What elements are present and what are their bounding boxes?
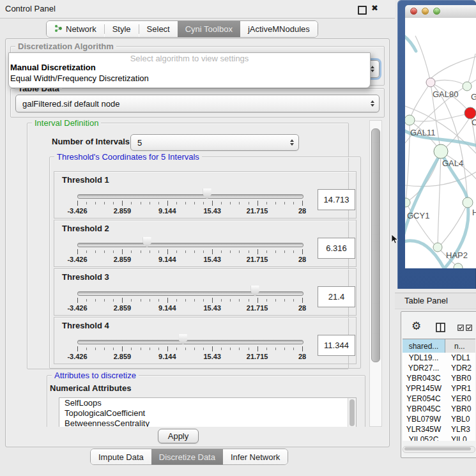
network-node[interactable] <box>463 197 473 208</box>
table-row[interactable]: YPR145WYPR1 <box>403 383 475 394</box>
tick-mark <box>185 348 186 350</box>
table-data-combobox[interactable]: galFiltered.sif default node <box>15 95 380 112</box>
tick-mark <box>284 202 285 204</box>
network-node[interactable] <box>426 78 435 87</box>
tick-mark <box>95 299 96 302</box>
tick-mark <box>257 201 258 206</box>
tick-mark <box>113 250 114 253</box>
tab-infer-network[interactable]: Infer Network <box>223 449 288 464</box>
tab-style[interactable]: Style <box>105 21 139 37</box>
network-node[interactable] <box>454 263 463 268</box>
tab-jactivemnodules[interactable]: jActiveMNodules <box>240 21 318 37</box>
tick-mark <box>239 299 240 302</box>
tick-mark <box>257 346 258 351</box>
slider-track[interactable] <box>77 340 303 344</box>
threshold-value-field[interactable]: 11.344 <box>318 335 355 356</box>
table-row[interactable]: YLR345WYLR3 <box>403 424 475 434</box>
checkbox-icon[interactable] <box>466 325 472 331</box>
scrollbar-thumb[interactable] <box>349 399 355 426</box>
tick-mark <box>86 202 87 204</box>
number-of-intervals-combobox[interactable]: 5 <box>130 134 299 151</box>
tick-mark <box>122 249 123 254</box>
tick-mark <box>77 249 78 254</box>
zoom-traffic-light-icon[interactable] <box>433 8 440 15</box>
list-item-betweennesscentrality[interactable]: BetweennessCentrality <box>59 418 356 427</box>
slider-ticks <box>77 298 302 303</box>
column-layout-icon[interactable] <box>436 323 445 332</box>
dropdown-item-manual-discretization[interactable]: Manual Discretization <box>10 63 96 72</box>
list-item-topologicalcoefficient[interactable]: TopologicalCoefficient <box>59 408 356 418</box>
network-node[interactable] <box>434 144 448 158</box>
slider-track[interactable] <box>77 194 303 199</box>
horizontal-scrollbar[interactable] <box>403 446 475 453</box>
tab-select[interactable]: Select <box>139 21 178 37</box>
tick-mark <box>239 250 240 253</box>
tick-mark <box>95 202 96 204</box>
scrollbar-thumb[interactable] <box>371 128 380 362</box>
slider-track[interactable] <box>77 243 303 247</box>
table-row[interactable]: YER054CYER0 <box>403 394 475 404</box>
slider-track[interactable] <box>77 291 303 296</box>
close-traffic-light-icon[interactable] <box>410 8 417 15</box>
table-row[interactable]: YBR045CYBR0 <box>403 404 475 414</box>
network-node[interactable] <box>405 115 415 125</box>
network-node[interactable] <box>405 198 410 207</box>
network-canvas[interactable]: GAL80GACGAL11GAL4GCY1HHAP2 <box>405 18 476 268</box>
cell-shared-name: YBL079W <box>403 414 445 424</box>
tab-label: Cyni Toolbox <box>185 24 233 34</box>
tick-mark <box>284 250 285 253</box>
tick-label: 21.715 <box>247 353 268 360</box>
tab-label: Impute Data <box>98 452 144 462</box>
apply-button[interactable]: Apply <box>158 429 199 443</box>
list-item-selfloops[interactable]: SelfLoops <box>59 398 356 408</box>
group-title: Interval Definition <box>32 119 101 128</box>
threshold-value-field[interactable]: 21.4 <box>318 286 355 307</box>
tab-network[interactable]: Network <box>47 21 104 37</box>
tick-mark <box>266 299 267 302</box>
tick-mark <box>176 250 177 253</box>
column-header-name[interactable]: n... <box>445 339 475 353</box>
tick-label: 15.43 <box>203 207 221 215</box>
threshold-label: Threshold 3 <box>62 272 109 282</box>
dropdown-item-equal-width-frequency-discretization[interactable]: Equal Width/Frequency Discretization <box>10 73 149 83</box>
tick-mark <box>293 348 294 350</box>
scrollbar-thumb[interactable] <box>404 447 471 450</box>
network-node[interactable] <box>433 243 442 252</box>
table-body[interactable]: YDL19...YDL1YDR27...YDR2YBR043CYBR0YPR14… <box>403 353 475 441</box>
table-row[interactable]: YBR043CYBR0 <box>403 373 475 383</box>
gear-icon[interactable]: ⚙ <box>411 321 421 332</box>
table-row[interactable]: YIL052CYIL0 <box>403 434 475 441</box>
float-window-icon[interactable] <box>358 6 367 15</box>
threshold-value-field[interactable]: 14.713 <box>318 189 355 210</box>
tick-mark <box>230 299 231 302</box>
tick-mark <box>221 299 222 302</box>
tick-mark <box>86 299 87 302</box>
network-node[interactable] <box>463 82 472 91</box>
slider-ticks <box>77 249 302 255</box>
table-row[interactable]: YBL079WYBL0 <box>403 414 475 424</box>
minimize-traffic-light-icon[interactable] <box>422 8 429 15</box>
tab-discretize-data[interactable]: Discretize Data <box>151 449 223 464</box>
numerical-attributes-label: Numerical Attributes <box>50 383 131 393</box>
table-panel-title: Table Panel <box>404 296 448 305</box>
tab-impute-data[interactable]: Impute Data <box>91 449 151 464</box>
column-header-shared-name[interactable]: shared... <box>403 339 445 353</box>
tick-mark <box>212 201 213 206</box>
tick-mark <box>86 250 87 253</box>
tick-mark <box>104 202 105 204</box>
vertical-scrollbar[interactable] <box>369 120 382 427</box>
tick-mark <box>158 202 159 204</box>
network-graph[interactable]: GAL80GACGAL11GAL4GCY1HHAP2 <box>405 18 476 268</box>
tick-mark <box>194 250 195 253</box>
tick-label: 9.144 <box>158 256 176 263</box>
checkbox-icon[interactable] <box>457 325 464 331</box>
tab-cyni-toolbox[interactable]: Cyni Toolbox <box>178 21 240 37</box>
numerical-attributes-list[interactable]: SelfLoopsTopologicalCoefficientBetweenne… <box>59 397 357 427</box>
list-scrollbar[interactable] <box>348 398 356 427</box>
application-window: Control Panel ✖ NetworkStyleSelectCyni T… <box>0 0 476 476</box>
table-row[interactable]: YDL19...YDL1 <box>403 353 475 363</box>
table-row[interactable]: YDR27...YDR2 <box>403 363 475 373</box>
threshold-value-field[interactable]: 6.316 <box>318 238 355 259</box>
close-icon[interactable]: ✖ <box>371 3 378 13</box>
tick-mark <box>266 250 267 253</box>
